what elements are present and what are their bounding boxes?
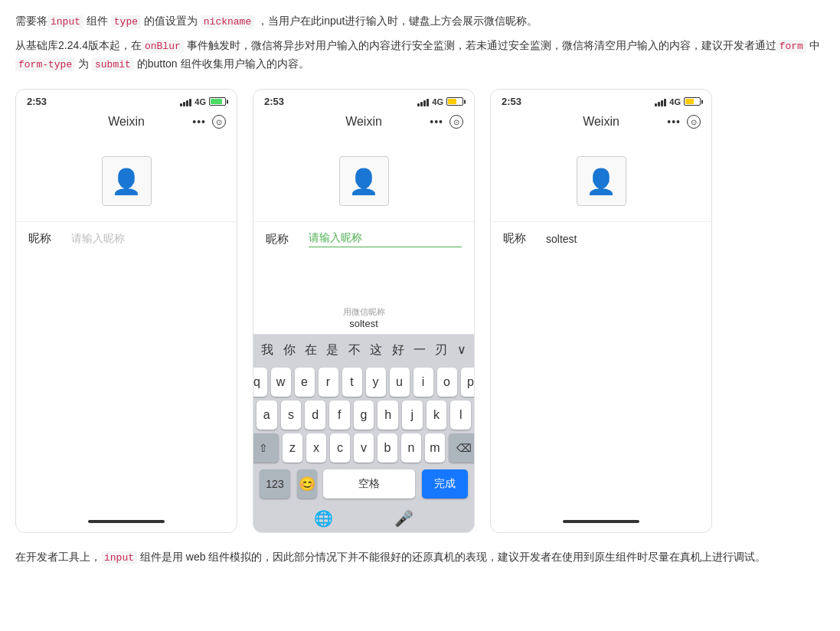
form-row-2: 昵称 请输入昵称: [253, 221, 474, 257]
keyboard-extra-row: 🌐 🎤: [253, 505, 474, 532]
key-o[interactable]: o: [437, 368, 457, 397]
form-active-2[interactable]: 请输入昵称: [309, 231, 462, 247]
phone-title-3: Weixin: [583, 115, 619, 129]
network-badge-1: 4G: [194, 97, 206, 106]
battery-3: [684, 97, 701, 106]
key-f[interactable]: f: [329, 401, 350, 430]
battery-level-3: [685, 99, 694, 104]
phone-demo-1: 2:53 4G Weixin ••• ⊙ 👤 昵称: [15, 89, 237, 533]
key-shift[interactable]: ⇧: [253, 433, 279, 463]
key-a[interactable]: a: [257, 401, 277, 430]
suggestion-label: 用微信昵称: [266, 306, 462, 318]
key-l[interactable]: l: [450, 401, 471, 430]
avatar-3: 👤: [577, 156, 626, 206]
phone-demo-2: 2:53 4G Weixin ••• ⊙ 👤 昵称: [253, 89, 475, 533]
status-right-2: 4G: [417, 97, 463, 106]
key-e[interactable]: e: [295, 368, 315, 397]
title-bar-1: Weixin ••• ⊙: [16, 110, 237, 133]
bottom-bar-3: [563, 520, 639, 523]
keyboard-overlay: 用微信昵称 soltest 我 你 在 是 不 这 好 一 刃 ∨ q w: [253, 302, 474, 532]
key-u[interactable]: u: [390, 368, 410, 397]
form-label-1: 昵称: [28, 231, 59, 246]
status-right-3: 4G: [655, 97, 701, 106]
battery-2: [446, 97, 463, 106]
keyboard-chinese-row: 我 你 在 是 不 这 好 一 刃 ∨: [253, 335, 474, 365]
key-k[interactable]: k: [427, 401, 447, 430]
form-placeholder-1: 请输入昵称: [71, 232, 224, 246]
chinese-key-8[interactable]: 刃: [430, 339, 452, 361]
chinese-key-3[interactable]: 是: [322, 339, 343, 361]
key-d[interactable]: d: [305, 401, 325, 430]
key-z[interactable]: z: [283, 433, 302, 463]
key-b[interactable]: b: [378, 433, 397, 463]
key-v[interactable]: v: [354, 433, 374, 463]
avatar-1: 👤: [102, 156, 152, 206]
form-row-1: 昵称 请输入昵称: [16, 221, 237, 255]
key-g[interactable]: g: [354, 401, 374, 430]
signal-bars-2: [417, 97, 429, 106]
bottom-bar-1: [88, 520, 165, 523]
chinese-key-2[interactable]: 在: [300, 339, 322, 361]
avatar-icon-1: 👤: [111, 167, 142, 196]
more-icon-3: •••: [667, 116, 681, 128]
phone-title-1: Weixin: [108, 115, 145, 129]
avatar-area-2: 👤: [253, 133, 474, 221]
network-badge-2: 4G: [432, 97, 443, 106]
chinese-key-5[interactable]: 这: [365, 339, 387, 361]
key-t[interactable]: t: [342, 368, 362, 397]
key-q[interactable]: q: [253, 368, 267, 397]
battery-level-2: [448, 99, 456, 104]
status-time-1: 2:53: [27, 96, 47, 107]
phone-demo-3: 2:53 4G Weixin ••• ⊙ 👤 昵称: [490, 89, 712, 533]
key-emoji[interactable]: 😊: [297, 469, 317, 499]
key-done[interactable]: 完成: [422, 469, 468, 499]
chinese-key-7[interactable]: 一: [409, 339, 430, 361]
key-s[interactable]: s: [281, 401, 302, 430]
key-x[interactable]: x: [306, 433, 326, 463]
network-badge-3: 4G: [669, 97, 681, 106]
key-p[interactable]: p: [461, 368, 476, 397]
more-icon-2: •••: [430, 116, 443, 128]
phone-demos-container: 2:53 4G Weixin ••• ⊙ 👤 昵称: [15, 89, 825, 533]
key-j[interactable]: j: [402, 401, 423, 430]
key-c[interactable]: c: [330, 433, 350, 463]
chinese-key-0[interactable]: 我: [257, 339, 278, 361]
bottom-paragraph: 在开发者工具上，input 组件是用 web 组件模拟的，因此部分情况下并不能很…: [15, 548, 825, 567]
signal-bars-3: [655, 97, 666, 106]
avatar-2: 👤: [339, 156, 389, 206]
chinese-key-4[interactable]: 不: [344, 339, 365, 361]
key-123[interactable]: 123: [260, 469, 290, 499]
chinese-key-1[interactable]: 你: [279, 339, 300, 361]
chevron-down-icon[interactable]: ∨: [453, 339, 471, 361]
form-label-3: 昵称: [503, 231, 534, 246]
battery-1: [209, 97, 226, 106]
form-value-3: soltest: [546, 233, 699, 245]
battery-level-1: [211, 99, 222, 104]
globe-icon[interactable]: 🌐: [314, 509, 333, 528]
key-m[interactable]: m: [425, 433, 445, 463]
status-bar-3: 2:53 4G: [491, 90, 711, 110]
key-w[interactable]: w: [271, 368, 291, 397]
mic-icon[interactable]: 🎤: [394, 509, 413, 528]
key-n[interactable]: n: [401, 433, 421, 463]
key-i[interactable]: i: [413, 368, 433, 397]
circle-icon-2: ⊙: [449, 115, 463, 129]
avatar-area-3: 👤: [491, 133, 711, 221]
title-bar-3: Weixin ••• ⊙: [491, 110, 711, 133]
phone-title-2: Weixin: [345, 115, 382, 129]
key-r[interactable]: r: [319, 368, 338, 397]
key-y[interactable]: y: [366, 368, 386, 397]
key-h[interactable]: h: [378, 401, 398, 430]
key-delete[interactable]: ⌫: [449, 433, 475, 463]
signal-bars-1: [180, 97, 191, 106]
top-paragraph-1: 需要将input 组件 type 的值设置为 nickname ，当用户在此in…: [15, 12, 825, 31]
circle-icon-3: ⊙: [687, 115, 701, 129]
keyboard-bottom-row: 123 😊 空格 完成: [253, 466, 474, 505]
title-actions-1: ••• ⊙: [192, 115, 226, 129]
chinese-key-6[interactable]: 好: [387, 339, 409, 361]
keyboard-row-2: a s d f g h j k l: [257, 401, 471, 430]
key-space[interactable]: 空格: [323, 469, 415, 499]
circle-icon-1: ⊙: [212, 115, 226, 129]
form-label-2: 昵称: [266, 232, 296, 247]
status-right-1: 4G: [180, 97, 226, 106]
